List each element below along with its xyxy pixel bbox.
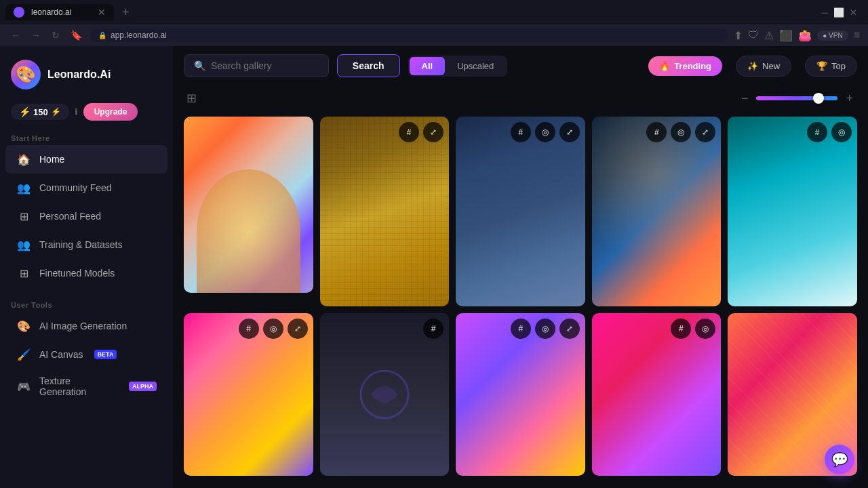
active-tab[interactable]: leonardo.ai ✕ [5, 4, 114, 20]
sidebar-item-label: Finetuned Models [39, 268, 115, 279]
new-tab-button[interactable]: + [117, 5, 135, 20]
sidebar-item-training[interactable]: 👥 Training & Datasets [5, 230, 167, 259]
wallet-icon[interactable]: 👛 [798, 29, 812, 42]
warning-icon[interactable]: ⚠ [764, 29, 774, 42]
tab-favicon [14, 7, 24, 18]
circle-button[interactable]: ◎ [535, 319, 555, 339]
minimize-button[interactable]: ─ [822, 7, 828, 18]
ssl-lock-icon: 🔒 [98, 32, 106, 39]
action-button[interactable]: # [671, 319, 691, 339]
new-icon: ✨ [747, 61, 758, 71]
token-info-icon[interactable]: ℹ [75, 107, 78, 117]
app-body: 🎨 Leonardo.Ai ⚡ 150 ⚡ ℹ Upgrade Start He… [0, 46, 868, 488]
sidebar-item-label: Training & Datasets [39, 239, 122, 250]
gallery-item-overlay: # ◎ [807, 122, 852, 142]
new-label: New [762, 61, 780, 71]
gallery-item[interactable]: # ◎ [592, 313, 722, 476]
zoom-out-button[interactable]: − [737, 90, 753, 107]
search-icon: 🔍 [194, 60, 205, 71]
sidebar-item-personal-feed[interactable]: ⊞ Personal Feed [5, 202, 167, 230]
search-button[interactable]: Search [337, 54, 400, 77]
sidebar-item-ai-image[interactable]: 🎨 AI Image Generation [5, 312, 167, 340]
browser-chrome: leonardo.ai ✕ + ─ ⬜ ✕ ← → ↻ 🔖 🔒 app.leon… [0, 0, 868, 46]
expand-button[interactable]: ⤢ [288, 319, 308, 339]
gallery-item[interactable]: # ◎ ⤢ [456, 313, 585, 476]
grid-view-button[interactable]: ⊞ [184, 88, 199, 108]
new-button[interactable]: ✨ New [736, 56, 791, 77]
expand-button[interactable]: ⤢ [559, 122, 580, 142]
upgrade-button[interactable]: Upgrade [83, 103, 138, 121]
action-button[interactable]: # [807, 122, 827, 142]
zoom-in-button[interactable]: + [842, 90, 857, 107]
forward-button[interactable]: → [28, 28, 43, 42]
texture-icon: 🎮 [16, 379, 31, 394]
sidebar: 🎨 Leonardo.Ai ⚡ 150 ⚡ ℹ Upgrade Start He… [0, 46, 173, 488]
circle-button[interactable]: ◎ [263, 319, 283, 339]
sidebar-item-label: Community Feed [39, 182, 112, 193]
circle-button[interactable]: ◎ [535, 122, 555, 142]
vpn-badge: ● VPN [817, 30, 848, 41]
sidebar-item-finetuned[interactable]: ⊞ Finetuned Models [5, 259, 167, 287]
expand-button[interactable]: ⤢ [559, 319, 580, 339]
extension-icon[interactable]: ⬛ [779, 29, 793, 42]
token-number: 150 [33, 107, 48, 117]
action-button[interactable]: # [423, 319, 443, 339]
shield-icon[interactable]: 🛡 [748, 29, 759, 41]
circle-button[interactable]: ◎ [831, 122, 852, 142]
sidebar-item-home[interactable]: 🏠 Home [5, 145, 167, 174]
menu-icon[interactable]: ≡ [854, 29, 860, 41]
action-button[interactable]: # [239, 319, 259, 339]
search-box[interactable]: 🔍 [184, 54, 329, 77]
maximize-button[interactable]: ⬜ [833, 7, 844, 18]
action-button[interactable]: # [646, 122, 667, 142]
filter-tab-upscaled[interactable]: Upscaled [445, 57, 506, 75]
refresh-button[interactable]: ↻ [49, 28, 62, 42]
circle-button[interactable]: ◎ [671, 122, 691, 142]
sidebar-item-label: Home [39, 154, 64, 165]
alpha-badge: ALPHA [129, 382, 157, 391]
gallery-item[interactable]: # [320, 313, 450, 476]
sidebar-item-label: AI Image Generation [39, 321, 127, 331]
back-button[interactable]: ← [8, 28, 23, 42]
gallery: # ⤢ # ◎ ⤢ [173, 117, 868, 488]
trending-label: Trending [674, 61, 711, 71]
expand-button[interactable]: ⤢ [423, 122, 443, 142]
trending-button[interactable]: 🔥 Trending [648, 56, 722, 76]
gallery-item[interactable]: # ◎ ⤢ [456, 117, 585, 306]
action-button[interactable]: # [511, 319, 531, 339]
gallery-item[interactable]: # ◎ ⤢ [592, 117, 722, 306]
token-count: ⚡ 150 ⚡ [11, 104, 69, 120]
gallery-item-overlay: # ◎ [671, 319, 715, 339]
sidebar-item-ai-canvas[interactable]: 🖌️ AI Canvas BETA [5, 340, 167, 369]
filter-tab-all[interactable]: All [410, 57, 446, 75]
gallery-item[interactable]: # ◎ [728, 117, 857, 306]
nav-bar: ← → ↻ 🔖 🔒 app.leonardo.ai ⬆ 🛡 ⚠ ⬛ 👛 ● VP… [0, 24, 868, 46]
section-start-label: Start Here [0, 129, 173, 145]
zoom-slider[interactable] [756, 96, 837, 100]
sidebar-item-texture[interactable]: 🎮 Texture Generation ALPHA [5, 369, 167, 404]
gallery-item-overlay: # ⤢ [399, 122, 443, 142]
gallery-grid: # ⤢ # ◎ ⤢ [184, 117, 857, 476]
gallery-item[interactable]: # ⤢ [320, 117, 450, 306]
circle-button[interactable]: ◎ [695, 319, 715, 339]
tab-close-button[interactable]: ✕ [98, 7, 106, 18]
gallery-item-overlay: # ◎ ⤢ [511, 122, 580, 142]
chat-bubble-button[interactable]: 💬 [825, 445, 854, 474]
address-bar[interactable]: 🔒 app.leonardo.ai [90, 28, 728, 42]
search-input[interactable] [211, 60, 319, 71]
top-button[interactable]: 🏆 Top [805, 56, 857, 77]
brand-name: Leonardo.Ai [47, 68, 111, 81]
gallery-item[interactable]: # ◎ ⤢ [184, 313, 313, 476]
action-button[interactable]: # [511, 122, 531, 142]
training-icon: 👥 [16, 237, 31, 252]
home-icon: 🏠 [16, 152, 31, 167]
personal-icon: ⊞ [16, 209, 31, 224]
action-button[interactable]: # [399, 122, 419, 142]
share-icon[interactable]: ⬆ [734, 29, 743, 42]
gallery-item[interactable] [184, 117, 313, 293]
gallery-item-overlay: # [423, 319, 443, 339]
sidebar-item-community-feed[interactable]: 👥 Community Feed [5, 174, 167, 202]
close-window-button[interactable]: ✕ [850, 7, 857, 18]
bookmark-button[interactable]: 🔖 [68, 28, 85, 42]
expand-button[interactable]: ⤢ [695, 122, 715, 142]
